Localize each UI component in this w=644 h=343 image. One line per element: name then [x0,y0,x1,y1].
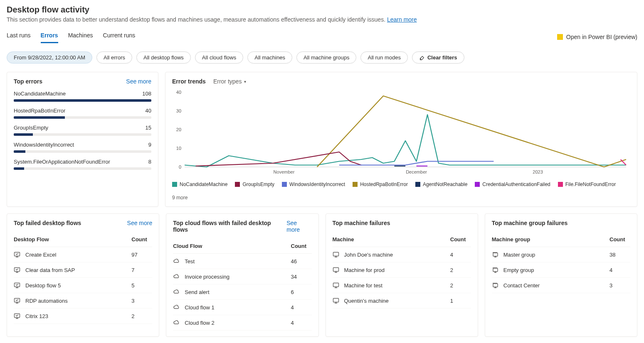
cloud-flow-icon [173,258,185,265]
error-trends-chart: 010203040NovemberDecember2023 [172,89,630,177]
chevron-down-icon: ▾ [244,79,246,84]
filter-all-machines[interactable]: All machines [247,51,292,64]
row-count: 4 [291,320,312,326]
table-row[interactable]: Quentin's machine1 [333,293,471,309]
row-name: Create Excel [25,252,131,258]
table-row[interactable]: Send alert6 [173,284,311,300]
legend-item[interactable]: NoCandidateMachine [172,181,227,187]
machine-icon [333,297,344,304]
see-more-link[interactable]: See more [286,220,311,233]
table-row[interactable]: Contact Center3 [492,278,630,293]
legend-more[interactable]: 9 more [172,195,188,201]
error-types-dropdown[interactable]: Error types ▾ [213,78,246,85]
error-trends-title: Error trends [172,78,206,85]
legend-item[interactable]: WindowsIdentityIncorrect [282,181,345,187]
error-bar [14,167,151,170]
table-row[interactable]: Create Excel97 [14,247,152,262]
row-name: Send alert [185,289,291,295]
legend-item[interactable]: HostedRpaBotInError [353,181,408,187]
row-count: 6 [291,289,312,295]
page-subtitle-text: This section provides data to better und… [7,16,385,23]
card-title: Top cloud flows with failed desktop flow… [173,220,286,233]
table-row[interactable]: Machine for prod2 [333,262,471,278]
table-row[interactable]: Test46 [173,254,311,269]
tab-current-runs[interactable]: Current runs [103,30,136,43]
filter-all-desktop-flows[interactable]: All desktop flows [136,51,191,64]
filter-all-machine-groups[interactable]: All machine groups [296,51,357,64]
open-in-power-bi-label: Open in Power BI (preview) [566,34,637,40]
legend-item[interactable]: File.FileNotFoundError [558,181,616,187]
error-bar [14,133,151,136]
learn-more-link[interactable]: Learn more [387,16,417,23]
table-row[interactable]: Clear data from SAP7 [14,262,152,278]
table-row[interactable]: Cloud flow 24 [173,315,311,331]
tab-errors[interactable]: Errors [41,30,58,43]
error-name: NoCandidateMachine [14,91,66,97]
col-header-1: Machine group [492,236,609,243]
legend-swatch-icon [282,182,287,187]
row-name: Empty group [503,267,609,273]
table-header: Cloud FlowCount [173,239,311,254]
filter-all-cloud-flows[interactable]: All cloud flows [195,51,243,64]
svg-rect-19 [493,268,498,272]
svg-text:November: November [274,169,295,174]
table-row[interactable]: Invoice processing34 [173,269,311,284]
legend-item[interactable]: GroupIsEmpty [235,181,274,187]
legend-swatch-icon [415,182,420,187]
col-header-1: Desktop Flow [14,236,131,243]
legend-item[interactable]: CredentialAuthenticationFailed [475,181,550,187]
error-name: HostedRpaBotInError [14,108,65,114]
table-row[interactable]: RDP automations3 [14,293,152,309]
error-count: 15 [146,125,151,131]
top-error-item[interactable]: GroupIsEmpty15 [14,125,151,136]
table-row[interactable]: Desktop flow 55 [14,278,152,293]
row-count: 34 [291,274,312,280]
error-types-label: Error types [213,78,242,85]
legend-label: WindowsIdentityIncorrect [289,181,345,187]
row-count: 2 [450,267,471,273]
top-errors-see-more[interactable]: See more [126,78,151,85]
row-count: 7 [131,267,152,273]
open-in-power-bi-button[interactable]: Open in Power BI (preview) [557,34,637,40]
table-row[interactable]: Citrix 1232 [14,309,152,324]
tab-last-runs[interactable]: Last runs [7,30,31,43]
row-count: 5 [131,282,152,289]
clear-filters-button[interactable]: Clear filters [412,51,464,64]
row-count: 2 [131,313,152,319]
svg-text:0: 0 [179,164,181,169]
machine-icon [333,282,344,289]
cloud-flow-icon [173,304,185,311]
table-row[interactable]: Master group38 [492,247,630,262]
tab-machines[interactable]: Machines [68,30,93,43]
see-more-link[interactable]: See more [127,220,153,226]
legend-label: HostedRpaBotInError [360,181,408,187]
legend-item[interactable]: AgentNotReachable [415,181,467,187]
top-error-item[interactable]: System.FileOrApplicationNotFoundError8 [14,159,151,170]
table-row[interactable]: John Doe's machine4 [333,247,471,262]
top-error-item[interactable]: HostedRpaBotInError40 [14,108,151,119]
filter-all-errors[interactable]: All errors [96,51,132,64]
top-error-item[interactable]: NoCandidateMachine108 [14,91,151,102]
row-name: Test [185,258,291,265]
row-name: Invoice processing [185,274,291,280]
table-row[interactable]: Empty group4 [492,262,630,278]
filter-bar: From 9/28/2022, 12:00:00 AM All errors A… [7,51,637,64]
page-title: Desktop flow activity [7,5,637,15]
desktop-flow-icon [14,251,25,258]
table-row[interactable]: Cloud flow 14 [173,300,311,315]
desktop-flow-icon [14,267,25,273]
error-trends-card: Error trends Error types ▾ 010203040Nove… [165,72,637,207]
legend-swatch-icon [353,182,358,187]
row-count: 97 [131,252,152,258]
top-error-item[interactable]: WindowsIdentityIncorrect9 [14,142,151,153]
chart-legend: NoCandidateMachineGroupIsEmptyWindowsIde… [172,181,630,201]
error-bar [14,99,151,102]
row-name: RDP automations [25,298,131,304]
row-name: Quentin's machine [344,298,450,304]
filter-date[interactable]: From 9/28/2022, 12:00:00 AM [7,51,92,64]
machine-group-icon [492,267,503,273]
legend-label: File.FileNotFoundError [565,181,616,187]
page-subtitle: This section provides data to better und… [7,16,637,23]
table-row[interactable]: Machine for test2 [333,278,471,293]
filter-all-run-modes[interactable]: All run modes [360,51,407,64]
